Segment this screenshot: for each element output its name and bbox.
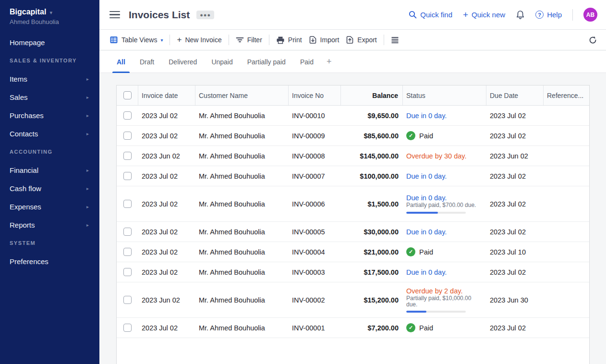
- row-checkbox[interactable]: [123, 296, 132, 304]
- invoice-date-cell: 2023 Jun 02: [138, 146, 195, 166]
- quick-new-label: Quick new: [472, 11, 505, 19]
- filter-button[interactable]: Filter: [236, 36, 262, 44]
- avatar[interactable]: AB: [583, 8, 597, 22]
- sidebar-item-label: Expenses: [10, 203, 41, 211]
- due-date-cell: 2023 Jul 10: [486, 242, 544, 262]
- sidebar-item-financial[interactable]: Financial▸: [0, 161, 99, 179]
- select-all-checkbox[interactable]: [123, 91, 132, 99]
- column-header-customer-name[interactable]: Customer Name: [195, 85, 289, 105]
- status-badge: Paid: [419, 324, 433, 332]
- quick-find-button[interactable]: Quick find: [409, 11, 452, 19]
- sidebar-item-items[interactable]: Items▸: [0, 70, 99, 88]
- sidebar-item-homepage[interactable]: Homepage: [0, 33, 99, 51]
- invoice-no-cell: INV-00007: [289, 166, 341, 186]
- invoice-date-cell: 2023 Jul 02: [138, 262, 195, 282]
- reference-cell: [544, 166, 589, 186]
- new-invoice-button[interactable]: + New Invoice: [177, 36, 221, 44]
- sidebar-section-sales-inventory: SALES & INVENTORY: [0, 51, 99, 70]
- refresh-button[interactable]: [588, 36, 597, 45]
- view-tabs: AllDraftDeliveredUnpaidPartially paidPai…: [99, 50, 606, 73]
- paid-check-icon: ✓: [406, 131, 415, 140]
- invoice-no-cell: INV-00010: [289, 106, 341, 125]
- sidebar-item-label: Cash flow: [10, 184, 41, 193]
- table-row[interactable]: 2023 Jul 02Mr. Ahmed BouhuoliaINV-00005$…: [117, 222, 589, 242]
- user-name: Ahmed Bouhuolia: [0, 16, 99, 25]
- import-button[interactable]: Import: [309, 36, 339, 44]
- list-lines-icon: [391, 36, 399, 44]
- row-checkbox[interactable]: [123, 132, 132, 140]
- print-button[interactable]: Print: [276, 36, 302, 44]
- sidebar-item-sales[interactable]: Sales▸: [0, 88, 99, 106]
- row-checkbox[interactable]: [123, 200, 132, 208]
- column-header-status[interactable]: Status: [403, 85, 486, 105]
- row-checkbox-cell: [117, 242, 138, 262]
- row-density-button[interactable]: [391, 36, 399, 44]
- table-row[interactable]: 2023 Jul 02Mr. Ahmed BouhuoliaINV-00007$…: [117, 166, 589, 186]
- row-checkbox[interactable]: [123, 172, 132, 180]
- table-row[interactable]: 2023 Jul 02Mr. Ahmed BouhuoliaINV-00009$…: [117, 126, 589, 146]
- invoice-no-cell: INV-00008: [289, 146, 341, 166]
- column-header-reference-[interactable]: Reference...: [544, 85, 589, 105]
- row-checkbox[interactable]: [123, 324, 132, 332]
- sidebar-item-reports[interactable]: Reports▸: [0, 216, 99, 234]
- table-row[interactable]: 2023 Jul 02Mr. Ahmed BouhuoliaINV-00003$…: [117, 262, 589, 282]
- table-views-button[interactable]: Table Views ▾: [109, 36, 163, 44]
- tab-unpaid[interactable]: Unpaid: [204, 50, 240, 73]
- workspace-switcher[interactable]: Bigcapital ▾: [0, 0, 99, 16]
- row-checkbox[interactable]: [123, 111, 132, 120]
- due-date-cell: 2023 Jul 02: [486, 126, 544, 146]
- more-options-button[interactable]: ●●●: [196, 11, 214, 19]
- toolbar: Table Views ▾ + New Invoice Filter Print…: [99, 30, 606, 50]
- table-row[interactable]: 2023 Jul 02Mr. Ahmed BouhuoliaINV-00001$…: [117, 318, 589, 338]
- due-date-cell: 2023 Jul 02: [486, 222, 544, 242]
- sidebar-item-contacts[interactable]: Contacts▸: [0, 124, 99, 143]
- sidebar-item-expenses[interactable]: Expenses▸: [0, 197, 99, 216]
- help-icon: ?: [535, 11, 544, 19]
- invoice-date-cell: 2023 Jul 02: [138, 186, 195, 221]
- sidebar-section-accounting: ACCOUNTING: [0, 143, 99, 161]
- page-title: Invoices List: [129, 9, 190, 21]
- tab-all[interactable]: All: [109, 50, 133, 73]
- chevron-right-icon: ▸: [86, 204, 89, 209]
- status-cell: Due in 0 day.: [403, 106, 486, 125]
- plus-icon: +: [463, 11, 468, 18]
- row-checkbox-cell: [117, 318, 138, 338]
- tab-paid[interactable]: Paid: [293, 50, 321, 73]
- status-cell: ✓Paid: [403, 126, 486, 146]
- export-icon: [346, 36, 354, 44]
- paid-check-icon: ✓: [406, 247, 415, 256]
- column-header-invoice-no[interactable]: Invoice No: [289, 85, 341, 105]
- table-row[interactable]: 2023 Jun 02Mr. Ahmed BouhuoliaINV-00002$…: [117, 282, 589, 318]
- sidebar-item-purchases[interactable]: Purchases▸: [0, 106, 99, 124]
- quick-new-button[interactable]: + Quick new: [463, 11, 505, 19]
- column-header-due-date[interactable]: Due Date: [486, 85, 544, 105]
- export-label: Export: [357, 36, 376, 44]
- reference-cell: [544, 242, 589, 262]
- table-row[interactable]: 2023 Jul 02Mr. Ahmed BouhuoliaINV-00006$…: [117, 186, 589, 222]
- table-row[interactable]: 2023 Jul 02Mr. Ahmed BouhuoliaINV-00004$…: [117, 242, 589, 262]
- table-views-icon: [109, 36, 118, 44]
- row-checkbox[interactable]: [123, 152, 132, 160]
- row-checkbox[interactable]: [123, 248, 132, 256]
- sidebar-nav: HomepageSALES & INVENTORYItems▸Sales▸Pur…: [0, 33, 99, 270]
- export-button[interactable]: Export: [346, 36, 376, 44]
- sidebar-item-preferences[interactable]: Preferences: [0, 252, 99, 270]
- status-cell: Due in 0 day.Partially paid, $700.00 due…: [403, 186, 486, 221]
- toolbar-divider: [269, 35, 269, 45]
- help-button[interactable]: ? Help: [535, 11, 562, 19]
- table-row[interactable]: 2023 Jun 02Mr. Ahmed BouhuoliaINV-00008$…: [117, 146, 589, 166]
- notifications-button[interactable]: [516, 10, 525, 20]
- table-row[interactable]: 2023 Jul 02Mr. Ahmed BouhuoliaINV-00010$…: [117, 106, 589, 126]
- tab-partially-paid[interactable]: Partially paid: [240, 50, 293, 73]
- tab-delivered[interactable]: Delivered: [161, 50, 204, 73]
- column-header-invoice-date[interactable]: Invoice date: [138, 85, 195, 105]
- column-header-balance[interactable]: Balance: [341, 85, 403, 105]
- add-view-tab-button[interactable]: +: [321, 50, 338, 73]
- invoice-no-cell: INV-00001: [289, 318, 341, 338]
- row-checkbox[interactable]: [123, 268, 132, 276]
- tab-draft[interactable]: Draft: [133, 50, 161, 73]
- invoice-date-cell: 2023 Jul 02: [138, 242, 195, 262]
- row-checkbox[interactable]: [123, 228, 132, 236]
- sidebar-item-cash-flow[interactable]: Cash flow▸: [0, 179, 99, 197]
- menu-icon[interactable]: [109, 11, 120, 19]
